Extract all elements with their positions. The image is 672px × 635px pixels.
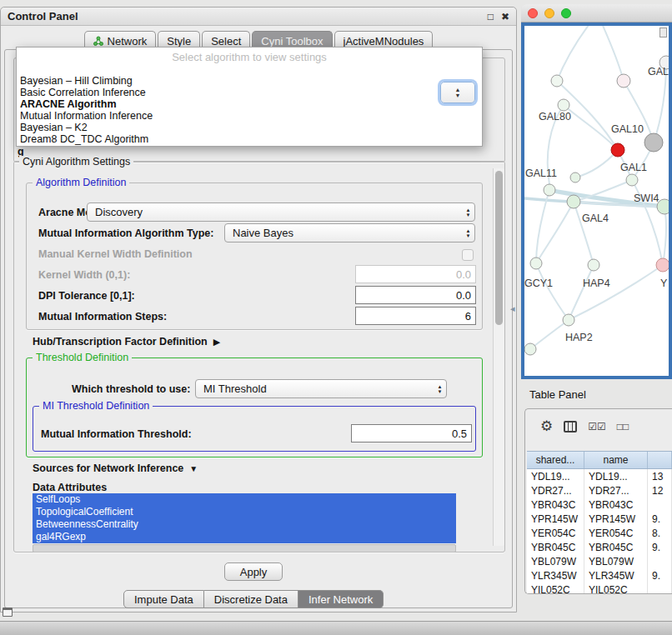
restore-panel-icon[interactable]: [3, 608, 13, 617]
deselect-all-icon[interactable]: □□: [617, 421, 629, 432]
which-threshold-select[interactable]: MI Threshold ▲▼: [195, 379, 447, 398]
gear-icon[interactable]: ⚙: [540, 419, 553, 434]
node-label: HAP4: [583, 278, 610, 289]
table-row[interactable]: YLR345WYLR345W9.: [527, 568, 672, 582]
threshold-definition-title: Threshold Definition: [33, 352, 132, 363]
kernel-width-input: [355, 265, 476, 283]
list-item-topologicalcoefficient[interactable]: TopologicalCoefficient: [33, 506, 456, 518]
node-gal10-highlighted[interactable]: [611, 143, 624, 157]
table-row[interactable]: YBL079WYBL079W: [527, 554, 672, 568]
column-header-partial[interactable]: [648, 452, 672, 468]
settings-scrollbar-thumb[interactable]: [495, 171, 503, 325]
tab-impute-data[interactable]: Impute Data: [123, 590, 204, 608]
node-label: GAL1: [620, 162, 647, 173]
table-row[interactable]: YBR045CYBR045C9.: [527, 540, 672, 554]
table-row[interactable]: YBR043CYBR043C: [527, 498, 672, 512]
mi-type-select[interactable]: Naive Bayes ▲▼: [224, 223, 475, 242]
node-label: GAL10: [611, 123, 644, 135]
data-attributes-list: SelfLoops TopologicalCoefficient Between…: [33, 493, 456, 543]
table-body: YDL19...YDL19...13 YDR27...YDR27...12 YB…: [527, 469, 672, 593]
node-gal80[interactable]: [558, 99, 569, 111]
node-gal11[interactable]: [544, 184, 555, 196]
select-all-icon[interactable]: ☑☑: [588, 421, 606, 432]
close-window-icon[interactable]: ✖: [501, 11, 509, 22]
float-window-icon[interactable]: □: [488, 11, 494, 22]
sources-section-toggle[interactable]: Sources for Network Inference ▼: [33, 462, 198, 474]
apply-button[interactable]: Apply: [224, 562, 283, 581]
aracne-mode-value: Discovery: [88, 206, 462, 218]
table-row[interactable]: YIL052CYIL052C: [527, 582, 672, 593]
mi-type-label: Mutual Information Algorithm Type:: [38, 228, 213, 239]
column-header-shared-name[interactable]: shared...: [527, 452, 584, 468]
tab-discretize-data[interactable]: Discretize Data: [204, 590, 298, 608]
control-panel-titlebar: Control Panel □ ✖: [1, 8, 516, 26]
node-unlabeled[interactable]: [570, 172, 580, 182]
table-row[interactable]: YDR27...YDR27...12: [527, 483, 672, 498]
network-graph[interactable]: GAL GAL80 GAL10 GAL11 GAL1 SWI4 GAL4 GCY…: [524, 26, 669, 376]
list-horizontal-scrollbar[interactable]: [33, 544, 456, 552]
cyni-algorithm-settings-title: Cyni Algorithm Settings: [19, 156, 133, 168]
which-threshold-value: MI Threshold: [196, 382, 434, 395]
zoom-button[interactable]: [561, 8, 571, 18]
tab-infer-network[interactable]: Infer Network: [298, 590, 384, 608]
algorithm-combo-stepper[interactable]: ▲ ▼: [440, 82, 475, 103]
splitter-collapse-icon[interactable]: ◂: [510, 303, 515, 314]
table-panel-window: ⚙ ☑☑ □□ shared... name YDL19...YDL19...1…: [524, 408, 672, 594]
kernel-width-label: Kernel Width (0,1):: [38, 269, 130, 281]
settings-scrollbar[interactable]: [493, 168, 504, 546]
table-toolbar: ⚙ ☑☑ □□: [540, 419, 629, 434]
hub-section-toggle[interactable]: Hub/Transcription Factor Definition ▶: [33, 336, 220, 348]
algorithm-placeholder: Select algorithm to view settings: [17, 51, 482, 63]
algorithm-option[interactable]: Mutual Information Inference: [19, 110, 479, 122]
control-panel-window: Control Panel □ ✖ Network Style Select C…: [0, 7, 517, 612]
node-unlabeled[interactable]: [551, 75, 563, 87]
node-large-gray[interactable]: [644, 133, 663, 152]
minimize-button[interactable]: [544, 8, 554, 18]
node-unlabeled[interactable]: [524, 343, 536, 355]
dpi-tolerance-input[interactable]: [355, 286, 476, 304]
algorithm-option-selected[interactable]: ARACNE Algorithm: [19, 98, 479, 110]
column-header-name[interactable]: name: [584, 452, 648, 468]
algorithm-option[interactable]: Basic Correlation Inference: [19, 87, 479, 98]
table-row[interactable]: YPR145WYPR145W9.: [527, 512, 672, 526]
algorithm-option[interactable]: Bayesian – K2: [19, 122, 479, 133]
mi-threshold-input[interactable]: [351, 424, 472, 442]
node-pink[interactable]: [656, 258, 669, 272]
algorithm-option[interactable]: Bayesian – Hill Climbing: [19, 75, 479, 87]
which-threshold-label: Which threshold to use:: [72, 383, 190, 395]
manual-kernel-label: Manual Kernel Width Definition: [38, 248, 193, 260]
spinner-down-icon: ▼: [455, 92, 461, 98]
node-gal1[interactable]: [626, 174, 638, 186]
node-hap2[interactable]: [563, 314, 574, 326]
window-title: Control Panel: [8, 10, 78, 22]
algorithm-dropdown-popup: Select algorithm to view settings Bayesi…: [16, 47, 483, 147]
list-item-gal4rgexp[interactable]: gal4RGexp: [33, 531, 456, 543]
node-label: GCY1: [524, 278, 553, 289]
list-item-betweennesscentrality[interactable]: BetweennessCentrality: [33, 518, 456, 531]
mi-threshold-label: Mutual Information Threshold:: [41, 428, 192, 440]
data-attributes-label: Data Attributes: [33, 482, 107, 493]
node-label: SWI4: [634, 192, 659, 204]
table-panel-title: Table Panel: [529, 388, 586, 401]
hub-section-label: Hub/Transcription Factor Definition: [33, 336, 208, 348]
node-gcy1[interactable]: [530, 258, 542, 269]
node-unlabeled[interactable]: [617, 74, 630, 88]
close-button[interactable]: [528, 8, 538, 18]
node-label: GAL4: [582, 212, 609, 224]
table-row[interactable]: YDL19...YDL19...13: [527, 469, 672, 483]
table-row[interactable]: YER054CYER054C8.: [527, 526, 672, 540]
mi-steps-input[interactable]: [355, 307, 476, 325]
list-item-selfloops[interactable]: SelfLoops: [33, 493, 456, 506]
node-label: GAL11: [525, 168, 557, 179]
network-window-titlebar: [521, 4, 672, 22]
node-label: Y: [660, 278, 668, 289]
node-label: HAP2: [565, 332, 593, 343]
aracne-mode-select[interactable]: Discovery ▲▼: [87, 202, 475, 222]
network-view-window: GAL GAL80 GAL10 GAL11 GAL1 SWI4 GAL4 GCY…: [521, 4, 672, 379]
node-gal4[interactable]: [567, 195, 580, 208]
node-hap4[interactable]: [588, 259, 599, 271]
algorithm-option[interactable]: Dream8 DC_TDC Algorithm: [19, 133, 479, 145]
show-columns-icon[interactable]: [564, 421, 577, 432]
mi-type-value: Naive Bayes: [225, 227, 462, 239]
network-canvas-frame: GAL GAL80 GAL10 GAL11 GAL1 SWI4 GAL4 GCY…: [521, 22, 672, 379]
